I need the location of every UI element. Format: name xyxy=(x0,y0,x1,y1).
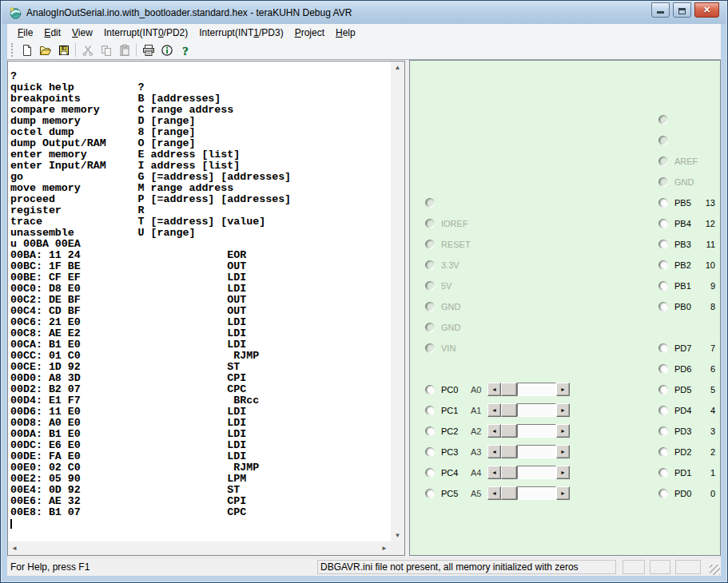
scrollbar-track[interactable] xyxy=(517,486,556,500)
save-floppy-icon xyxy=(58,44,70,57)
help-button[interactable]: ? xyxy=(176,42,194,59)
menu-interrupt-int1[interactable]: Interrupt(INT1/PD3) xyxy=(193,26,288,40)
pin-radio-button[interactable] xyxy=(425,302,435,311)
scrollbar-track[interactable] xyxy=(517,445,556,458)
scrollbar-right-button[interactable]: ► xyxy=(556,486,570,500)
menu-edit[interactable]: Edit xyxy=(38,26,66,40)
menu-interrupt-int0[interactable]: Interrupt(INT0/PD2) xyxy=(98,26,193,40)
scrollbar-thumb[interactable] xyxy=(501,383,517,396)
scrollbar-track[interactable] xyxy=(517,383,556,396)
maximize-button[interactable] xyxy=(673,2,691,18)
pin-radio-button[interactable] xyxy=(658,447,668,457)
minimize-button[interactable] xyxy=(651,2,670,18)
pin-radio-button[interactable] xyxy=(425,489,435,498)
menu-view[interactable]: View xyxy=(66,26,98,40)
pin-radio-button[interactable] xyxy=(658,115,668,125)
scroll-up-icon[interactable]: ▲ xyxy=(395,64,401,71)
new-file-button[interactable] xyxy=(18,42,36,59)
pin-number-label: 7 xyxy=(703,343,715,353)
pin-radio-button[interactable] xyxy=(425,240,435,249)
pin-radio-button[interactable] xyxy=(425,406,435,415)
client-area: ? quick help ? breakpoints B [addresses]… xyxy=(7,60,721,557)
pin-label: PD4 xyxy=(674,406,703,415)
pin-radio-button[interactable] xyxy=(658,136,668,145)
pin-radio-button[interactable] xyxy=(658,489,668,498)
pin-row: PD1 1 xyxy=(658,466,715,479)
scrollbar-track[interactable] xyxy=(517,466,556,479)
pin-radio-button[interactable] xyxy=(658,198,668,208)
scrollbar-left-button[interactable]: ◄ xyxy=(487,466,501,479)
pin-radio-button[interactable] xyxy=(425,281,435,291)
pin-radio-button[interactable] xyxy=(425,260,435,270)
pin-number-label: 10 xyxy=(703,260,715,270)
close-button[interactable]: ✕ xyxy=(694,2,719,18)
analog-value-scrollbar[interactable]: ◄ ► xyxy=(487,383,570,396)
scrollbar-left-button[interactable]: ◄ xyxy=(487,445,501,458)
pin-radio-button[interactable] xyxy=(658,302,668,311)
pin-label: RESET xyxy=(441,240,471,249)
pin-radio-button[interactable] xyxy=(425,385,435,395)
scrollbar-thumb[interactable] xyxy=(501,424,517,438)
menu-help[interactable]: Help xyxy=(330,26,361,40)
print-button[interactable] xyxy=(139,42,157,59)
scrollbar-left-button[interactable]: ◄ xyxy=(487,486,501,500)
scrollbar-track[interactable] xyxy=(517,424,556,438)
cut-button[interactable] xyxy=(78,42,97,59)
scrollbar-thumb[interactable] xyxy=(501,403,517,417)
resize-grip-icon[interactable] xyxy=(710,565,720,575)
app-icon[interactable] xyxy=(9,6,22,19)
copy-button[interactable] xyxy=(97,42,115,59)
analog-value-scrollbar[interactable]: ◄ ► xyxy=(487,445,570,458)
pin-radio-button[interactable] xyxy=(658,426,668,436)
pin-radio-button[interactable] xyxy=(658,157,668,166)
about-button[interactable] xyxy=(157,42,176,59)
scrollbar-left-button[interactable]: ◄ xyxy=(487,403,501,417)
scrollbar-right-button[interactable]: ► xyxy=(556,445,570,458)
open-file-button[interactable] xyxy=(36,42,54,59)
pin-radio-button[interactable] xyxy=(425,468,435,478)
scrollbar-left-button[interactable]: ◄ xyxy=(487,383,501,396)
analog-value-scrollbar[interactable]: ◄ ► xyxy=(487,403,570,417)
pin-radio-button[interactable] xyxy=(425,198,435,208)
scroll-right-icon[interactable]: ► xyxy=(381,545,388,552)
pin-radio-button[interactable] xyxy=(658,385,668,395)
scrollbar-track[interactable] xyxy=(517,403,556,417)
pin-radio-button[interactable] xyxy=(658,219,668,228)
save-button[interactable] xyxy=(54,42,73,59)
pin-radio-button[interactable] xyxy=(658,260,668,270)
terminal-text-area[interactable]: ? quick help ? breakpoints B [addresses]… xyxy=(8,61,391,541)
scrollbar-right-button[interactable]: ► xyxy=(556,424,570,438)
menu-file[interactable]: File xyxy=(12,26,38,40)
analog-value-scrollbar[interactable]: ◄ ► xyxy=(487,466,570,479)
toolbar-grip[interactable] xyxy=(11,43,14,57)
scrollbar-thumb[interactable] xyxy=(501,466,517,479)
scrollbar-left-button[interactable]: ◄ xyxy=(487,424,501,438)
scrollbar-right-button[interactable]: ► xyxy=(556,403,570,417)
menu-project[interactable]: Project xyxy=(289,26,330,40)
pin-radio-button[interactable] xyxy=(425,426,435,436)
scrollbar-thumb[interactable] xyxy=(501,486,517,500)
scroll-left-icon[interactable]: ◄ xyxy=(11,545,18,552)
paste-button[interactable] xyxy=(115,42,133,59)
scrollbar-right-button[interactable]: ► xyxy=(556,383,570,396)
pin-radio-button[interactable] xyxy=(658,281,668,291)
pin-radio-button[interactable] xyxy=(658,240,668,249)
scrollbar-thumb[interactable] xyxy=(501,445,517,458)
pin-label: PD6 xyxy=(674,364,703,374)
pin-radio-button[interactable] xyxy=(425,343,435,353)
pin-radio-button[interactable] xyxy=(425,323,435,332)
scroll-down-icon[interactable]: ▼ xyxy=(395,532,401,539)
vertical-scrollbar[interactable]: ▲ ▼ xyxy=(391,61,404,541)
pin-radio-button[interactable] xyxy=(658,364,668,374)
pin-radio-button[interactable] xyxy=(658,468,668,478)
pin-radio-button[interactable] xyxy=(658,343,668,353)
titlebar[interactable]: AnalogInOutSerial.ino.with_bootloader.st… xyxy=(2,2,726,24)
pin-radio-button[interactable] xyxy=(658,177,668,187)
horizontal-scrollbar[interactable]: ◄ ► xyxy=(8,541,391,555)
scrollbar-right-button[interactable]: ► xyxy=(556,466,570,479)
analog-value-scrollbar[interactable]: ◄ ► xyxy=(487,424,570,438)
analog-value-scrollbar[interactable]: ◄ ► xyxy=(487,486,570,500)
pin-radio-button[interactable] xyxy=(425,219,435,228)
pin-radio-button[interactable] xyxy=(658,406,668,415)
pin-radio-button[interactable] xyxy=(425,447,435,457)
